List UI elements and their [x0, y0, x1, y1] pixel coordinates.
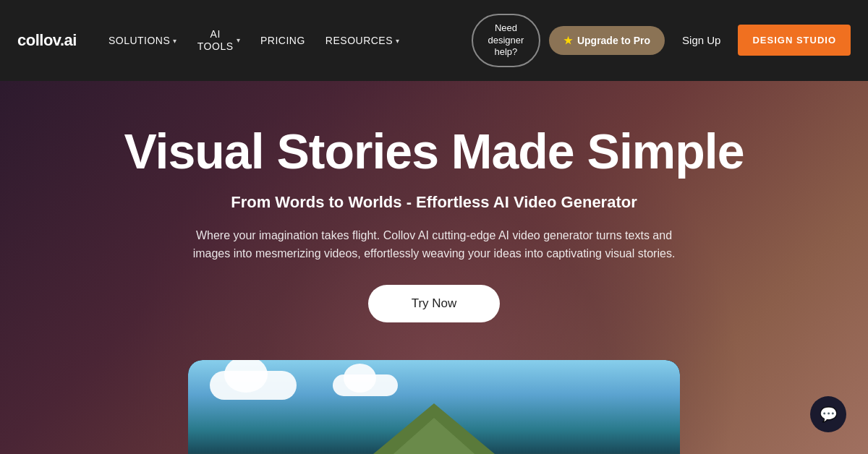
device-preview	[188, 360, 680, 454]
chevron-down-icon: ▾	[173, 37, 177, 45]
hero-section: Visual Stories Made Simple From Words to…	[0, 81, 868, 454]
chat-icon: 💬	[820, 406, 838, 423]
star-icon: ★	[563, 35, 573, 46]
signup-button[interactable]: Sign Up	[673, 27, 729, 53]
site-header: collov.ai SOLUTIONS ▾ AI TOOLS ▾ PRICING…	[0, 0, 868, 81]
upgrade-button[interactable]: ★ Upgrade to Pro	[549, 26, 665, 55]
design-studio-button[interactable]: DESIGN STUDIO	[738, 25, 851, 56]
hero-subtitle: From Words to Worlds - Effortless AI Vid…	[231, 193, 637, 212]
cloud-decoration	[210, 371, 297, 400]
nav-resources[interactable]: RESOURCES ▾	[317, 29, 409, 52]
hero-description: Where your imagination takes flight. Col…	[181, 226, 687, 263]
hero-title: Visual Stories Made Simple	[124, 124, 744, 179]
chat-button[interactable]: 💬	[810, 396, 846, 432]
nav-solutions[interactable]: SOLUTIONS ▾	[100, 29, 186, 52]
designer-help-button[interactable]: Need designer help?	[472, 14, 540, 68]
mountain-decoration	[347, 403, 521, 454]
nav-pricing[interactable]: PRICING	[252, 29, 314, 52]
hero-content: Visual Stories Made Simple From Words to…	[124, 81, 744, 322]
device-screen	[188, 360, 680, 454]
chevron-down-icon: ▾	[237, 36, 241, 45]
nav-ai-tools[interactable]: AI TOOLS ▾	[189, 22, 249, 59]
try-now-button[interactable]: Try Now	[368, 285, 501, 322]
logo[interactable]: collov.ai	[17, 31, 77, 50]
header-actions: Need designer help? ★ Upgrade to Pro Sig…	[472, 14, 851, 68]
main-nav: SOLUTIONS ▾ AI TOOLS ▾ PRICING RESOURCES…	[100, 22, 466, 59]
chevron-down-icon: ▾	[396, 37, 400, 45]
cloud-decoration-2	[333, 374, 398, 396]
